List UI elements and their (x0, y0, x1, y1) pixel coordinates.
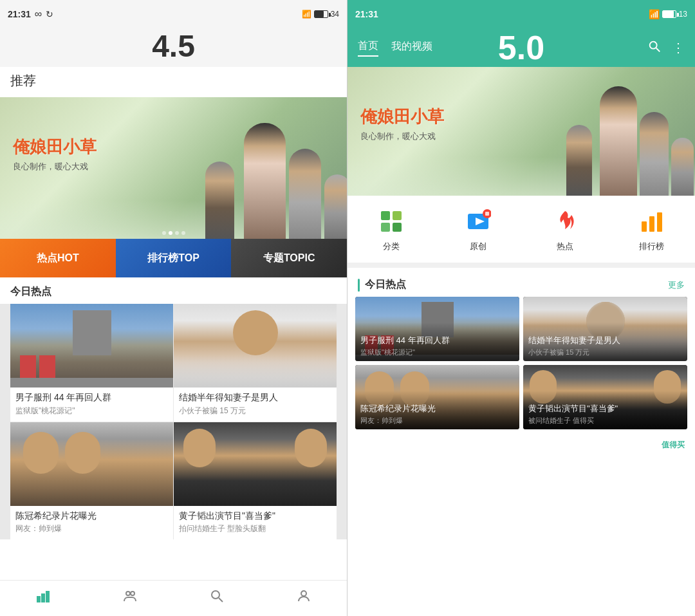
nav-myvideo-right[interactable]: 我的视频 (391, 40, 432, 56)
status-right-right: 📶 13 (649, 9, 687, 19)
svg-point-7 (301, 591, 306, 596)
search-icon-right[interactable] (647, 39, 662, 57)
news-item-2-right[interactable]: 结婚半年得知妻子是男人 小伙子被骗 15 万元 (523, 297, 687, 361)
profile-icon-left (296, 588, 311, 608)
banner-left[interactable]: 俺娘田小草 良心制作，暖心大戏 (0, 97, 347, 239)
cat-top-btn[interactable]: 排行榜TOP (116, 239, 232, 277)
news-title-2-left: 结婚半年得知妻子是男人 (174, 387, 337, 406)
news-thumb-3-left (10, 422, 173, 506)
cat-hot-btn[interactable]: 热点HOT (0, 239, 116, 277)
icon-original[interactable]: 原创 (463, 206, 494, 252)
news-thumb-1-left (10, 304, 173, 387)
search-icon-left (209, 588, 225, 608)
ranking-icon (636, 206, 667, 237)
dot-4 (181, 231, 185, 235)
svg-point-5 (212, 591, 219, 599)
dot-3 (175, 231, 179, 235)
status-bar-right: 21:31 📶 13 (348, 0, 695, 28)
wifi-icon-left: 📶 (302, 10, 311, 19)
category-buttons-left: 热点HOT 排行榜TOP 专题TOPIC (0, 239, 347, 277)
svg-rect-20 (657, 212, 662, 232)
icon-ranking[interactable]: 排行榜 (636, 206, 667, 252)
original-icon (463, 206, 494, 237)
version-left: 4.5 (0, 28, 347, 67)
news-sub-1-left: 监狱版"桃花源记" (10, 406, 173, 422)
svg-rect-19 (649, 216, 654, 232)
nav-home-left[interactable] (0, 581, 87, 616)
wifi-icon-right: 📶 (649, 9, 660, 19)
news-item-1-right[interactable]: 男子服刑 44 年再回人群 监狱版"桃花源记" (355, 297, 519, 361)
svg-rect-0 (37, 596, 41, 602)
news-title-1-right: 男子服刑 44 年再回人群 (360, 335, 514, 346)
svg-rect-18 (642, 221, 647, 232)
news-title-3-left: 陈冠希纪录片花曝光 (10, 506, 173, 524)
banner-title-left: 俺娘田小草 (13, 136, 97, 158)
svg-point-4 (131, 592, 134, 595)
original-label: 原创 (470, 241, 486, 252)
news-sub-2-left: 小伙子被骗 15 万元 (174, 406, 337, 422)
svg-line-6 (219, 598, 223, 602)
section-header-left: 今日热点 (0, 277, 347, 304)
news-overlay-1-right: 男子服刑 44 年再回人群 监狱版"桃花源记" (355, 322, 519, 361)
news-item-2-left[interactable]: 结婚半年得知妻子是男人 小伙子被骗 15 万元 (174, 304, 337, 422)
svg-rect-10 (381, 211, 390, 220)
news-sub-3-left: 网友：帅到爆 (10, 523, 173, 539)
more-icon-right[interactable]: ⋮ (672, 40, 685, 55)
news-grid-left: 男子服刑 44 年再回人群 监狱版"桃花源记" 结婚半年得知妻子是男人 小伙子被… (0, 304, 347, 539)
banner-subtitle-right: 良心制作，暖心大戏 (360, 131, 444, 142)
battery-right (662, 10, 676, 18)
dot-2 (169, 231, 172, 235)
status-right-left: 📶 34 (302, 10, 339, 19)
time-right: 21:31 (355, 9, 378, 19)
svg-rect-12 (381, 223, 390, 232)
svg-point-8 (650, 41, 657, 48)
svg-rect-11 (393, 211, 402, 220)
battery-number-left: 34 (331, 10, 339, 19)
infinity-icon-left: ∞ (35, 8, 42, 20)
separator-right (348, 263, 695, 268)
news-overlay-2-right: 结婚半年得知妻子是男人 小伙子被骗 15 万元 (523, 322, 687, 361)
hotspot-label: 热点 (557, 241, 573, 252)
more-btn-right[interactable]: 更多 (668, 279, 685, 291)
svg-rect-1 (41, 593, 45, 602)
battery-left (314, 10, 328, 18)
news-sub-4-left: 拍问结婚生子 型脸头版翻 (174, 523, 337, 539)
nav-profile-left[interactable] (260, 581, 347, 616)
svg-rect-2 (46, 591, 50, 602)
news-title-4-left: 黄子韬出演节目"喜当爹" (174, 506, 337, 524)
nav-home-right[interactable]: 首页 (358, 39, 378, 57)
banner-dots-left (162, 231, 185, 235)
icon-grid-right: 分类 原创 (348, 196, 695, 260)
bottom-nav-left (0, 580, 347, 616)
news-title-2-right: 结婚半年得知妻子是男人 (528, 335, 682, 346)
news-title-1-left: 男子服刑 44 年再回人群 (10, 387, 173, 406)
banner-subtitle-left: 良心制作，暖心大戏 (13, 161, 97, 173)
icon-categories[interactable]: 分类 (376, 206, 407, 252)
home-icon-left (35, 588, 51, 608)
news-sub-4-right: 被问结婚生子 值得买 (528, 416, 682, 425)
news-item-3-left[interactable]: 陈冠希纪录片花曝光 网友：帅到爆 (10, 422, 173, 540)
banner-title-right: 俺娘田小草 (360, 106, 444, 128)
version-nav-right: 首页 我的视频 5.0 ⋮ (348, 28, 695, 67)
scroll-area-right[interactable]: 俺娘田小草 良心制作，暖心大戏 分类 (348, 67, 695, 616)
news-title-3-right: 陈冠希纪录片花曝光 (360, 404, 514, 415)
news-overlay-3-right: 陈冠希纪录片花曝光 网友：帅到爆 (355, 391, 519, 429)
news-item-4-left[interactable]: 黄子韬出演节目"喜当爹" 拍问结婚生子 型脸头版翻 (174, 422, 337, 540)
news-sub-1-right: 监狱版"桃花源记" (360, 348, 514, 357)
ranking-label: 排行榜 (639, 241, 664, 252)
cat-topic-btn[interactable]: 专题TOPIC (231, 239, 347, 277)
svg-rect-13 (393, 223, 402, 232)
icon-hotspot[interactable]: 热点 (550, 206, 580, 252)
news-item-3-right[interactable]: 陈冠希纪录片花曝光 网友：帅到爆 (355, 365, 519, 429)
scroll-area-left[interactable]: 今日热点 男子服刑 44 年再回人群 监狱版"桃花源记" (0, 277, 347, 580)
news-thumb-2-left (174, 304, 337, 387)
svg-rect-17 (485, 212, 489, 216)
nav-community-left[interactable] (87, 581, 174, 616)
news-item-1-left[interactable]: 男子服刑 44 年再回人群 监狱版"桃花源记" (10, 304, 173, 422)
news-item-4-right[interactable]: 黄子韬出演节目"喜当爹" 被问结婚生子 值得买 (523, 365, 687, 429)
banner-right[interactable]: 俺娘田小草 良心制作，暖心大戏 (348, 67, 695, 196)
community-icon-left (122, 588, 138, 608)
nav-search-left[interactable] (174, 581, 261, 616)
phone-right: 21:31 📶 13 首页 我的视频 5.0 ⋮ (348, 0, 695, 616)
categories-icon (376, 206, 407, 237)
